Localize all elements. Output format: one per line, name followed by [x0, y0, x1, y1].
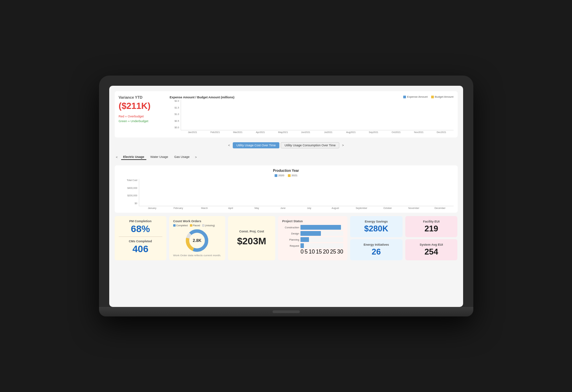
tab-cost-btn[interactable]: Utility Usage Cost Over Time	[233, 142, 280, 148]
top-x-label: Oct2021	[386, 131, 407, 133]
status-row-label: Construction	[282, 226, 299, 229]
prod-x-label: May	[245, 207, 269, 209]
usage-tab-gas[interactable]: Gas Usage	[172, 154, 192, 160]
y-label-2: $1.0	[175, 113, 179, 115]
donut-container: 2.8K	[173, 229, 221, 252]
usage-tab-water[interactable]: Water Usage	[148, 154, 170, 160]
variance-panel: Variance YTD ($211K) Red = Overbudget Gr…	[119, 95, 166, 133]
energy-savings-label: Energy Savings	[365, 220, 388, 223]
expense-chart-title: Expense Amount / Budget Amount (millions…	[170, 96, 234, 99]
prod-x-label: September	[349, 207, 374, 209]
prod-y-400: $400,000	[127, 187, 137, 189]
wo-label-missing: (missing)	[205, 224, 215, 227]
production-section: Production Year 2020 2021 Total Cost $40…	[115, 165, 458, 213]
pm-label: PM Completion	[119, 219, 162, 223]
expense-chart-legend: Expense Amount Budget Amount	[403, 95, 453, 98]
prod-x-label: November	[402, 207, 426, 209]
prod-legend: 2020 2021	[119, 174, 454, 177]
status-bar-fill	[300, 225, 341, 230]
energy-initiatives-value: 26	[372, 247, 381, 257]
status-x-axis: 0 5 10 15 20 25 30	[282, 249, 343, 255]
status-bar-bg	[300, 243, 343, 248]
proj-cost-value: $203M	[237, 236, 266, 247]
top-section: Variance YTD ($211K) Red = Overbudget Gr…	[115, 91, 458, 137]
bottom-section: PM Completion 68% CMs Completed 406 Coun…	[115, 216, 458, 260]
legend-expense-label: Expense Amount	[407, 95, 427, 98]
prod-chart-title: Production Year	[119, 169, 454, 173]
prod-x-label: March	[192, 207, 216, 209]
wo-legend-completed: Completed	[173, 224, 188, 227]
proj-cost-label: Const. Proj. Cost	[239, 230, 264, 233]
tab-consumption-btn[interactable]: Utility Usage Consumption Over Time	[281, 142, 339, 148]
wo-legend-placed: Placed	[190, 224, 200, 227]
bar-chart-wrapper: Jan2021Feb2021Mar2021Apr2021May2021Jun20…	[181, 100, 454, 133]
prod-dot-2020	[275, 174, 277, 177]
sx25: 25	[330, 249, 336, 255]
legend-budget: Budget Amount	[431, 95, 454, 98]
status-bar-fill	[300, 243, 304, 248]
status-bar-fill	[300, 231, 321, 236]
prod-chart-inner: JanuaryFebruaryMarchAprilMayJuneJulyAugu…	[139, 179, 454, 209]
prod-y-0: $0	[135, 202, 137, 205]
prod-legend-2020: 2020	[275, 174, 284, 177]
status-bar-fill	[300, 237, 309, 242]
energy-initiatives-card: Energy Initiatives 26	[350, 239, 403, 260]
top-x-label: Apr2021	[250, 131, 271, 133]
prod-x-label: June	[271, 207, 295, 209]
prod-x-label: April	[218, 207, 243, 209]
y-axis-labels: $2.0 $1.5 $1.0 $0.5 $0.0	[170, 100, 179, 133]
top-x-label: Dec2021	[431, 131, 452, 133]
legend-green: Green = Underbudget	[119, 119, 166, 124]
laptop-frame: Variance YTD ($211K) Red = Overbudget Gr…	[99, 76, 473, 316]
prod-x-axis: JanuaryFebruaryMarchAprilMayJuneJulyAugu…	[139, 206, 454, 209]
usage-prev-btn[interactable]: <	[115, 155, 119, 160]
status-bar-bg	[300, 225, 343, 230]
top-bar-chart	[181, 100, 454, 130]
dashboard: Variance YTD ($211K) Red = Overbudget Gr…	[109, 86, 463, 307]
wo-dot-placed	[190, 224, 192, 227]
legend-budget-label: Budget Amount	[435, 95, 454, 98]
usage-tabs: < Electric Usage Water Usage Gas Usage >	[115, 154, 458, 160]
sx15: 15	[316, 249, 322, 255]
cms-label: CMs Completed	[119, 240, 162, 243]
top-x-label: May2021	[273, 131, 294, 133]
status-row-label: Design	[282, 232, 299, 235]
top-x-label: Feb2021	[205, 131, 226, 133]
status-bar-bg	[300, 237, 343, 242]
prod-chart-wrapper: Total Cost $400,000 $200,000 $0 JanuaryF…	[119, 179, 454, 209]
status-row-label: Request	[282, 244, 299, 247]
top-x-label: Jun2021	[295, 131, 316, 133]
legend-dot-blue	[403, 96, 406, 98]
prod-x-label: October	[376, 207, 400, 209]
wo-dot-completed	[173, 224, 176, 227]
usage-next-btn[interactable]: >	[194, 155, 198, 160]
sx0: 0	[300, 249, 304, 255]
eui-grid: Facility EUI 219 System Avg EUI 254	[405, 216, 458, 260]
wo-dot-missing	[202, 224, 205, 227]
prod-label-2021: 2021	[292, 174, 298, 177]
proj-status-title: Project Status	[282, 219, 343, 223]
legend-red: Red = Overbudget	[119, 114, 166, 119]
expense-chart-area: Expense Amount / Budget Amount (millions…	[170, 95, 454, 133]
facility-eui-label: Facility EUI	[423, 220, 440, 223]
card-divider	[119, 236, 162, 237]
tab-next-btn[interactable]: >	[341, 143, 345, 148]
usage-tab-electric[interactable]: Electric Usage	[121, 154, 146, 160]
top-x-label: Aug2021	[340, 131, 362, 133]
system-avg-eui-card: System Avg EUI 254	[405, 239, 458, 260]
energy-savings-card: Energy Savings $280K	[350, 216, 403, 237]
tab-prev-btn[interactable]: <	[227, 143, 231, 148]
wo-title: Count Work Orders	[173, 219, 221, 223]
prod-x-label: August	[323, 207, 347, 209]
y-label-0: $0.0	[175, 126, 179, 129]
wo-legend-missing: (missing)	[202, 224, 215, 227]
prod-x-label: February	[166, 207, 190, 209]
variance-title: Variance YTD	[119, 95, 166, 99]
pm-completion-card: PM Completion 68% CMs Completed 406	[115, 216, 166, 260]
y-label-4: $2.0	[175, 100, 179, 102]
y-label-1: $0.5	[175, 120, 179, 122]
proj-cost-card: Const. Proj. Cost $203M	[228, 216, 275, 260]
variance-value: ($211K)	[119, 101, 166, 111]
proj-status-card: Project Status ConstructionDesignPlannin…	[278, 216, 347, 260]
energy-savings-value: $280K	[364, 224, 388, 233]
